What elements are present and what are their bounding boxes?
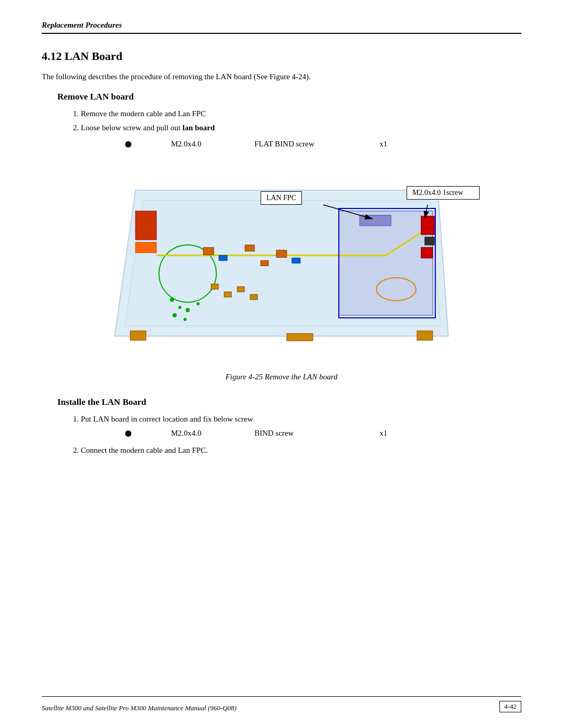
page-header: Replacement Procedures <box>42 21 521 34</box>
install-subsection-title: Installe the LAN Board <box>57 397 521 408</box>
svg-rect-29 <box>130 331 146 340</box>
svg-rect-11 <box>261 261 268 266</box>
remove-subsection-title: Remove LAN board <box>57 92 521 102</box>
install-step-2-num: 2. <box>73 446 81 454</box>
screw-callout: M2.0x4.0 1screw <box>407 186 480 200</box>
svg-rect-13 <box>292 258 300 263</box>
install-step-1-wrapper: 1. Put LAN board in correct location and… <box>73 415 521 424</box>
svg-rect-7 <box>136 242 156 253</box>
remove-step-2: Loose below screw and pull out lan board <box>73 124 521 132</box>
install-bullet-dot-icon <box>125 430 131 437</box>
page: Replacement Procedures 4.12 LAN Board Th… <box>0 0 563 728</box>
svg-rect-3 <box>339 211 433 315</box>
svg-rect-20 <box>211 284 218 289</box>
remove-screw-type: FLAT BIND screw <box>254 140 348 149</box>
install-step-2-wrapper: 2. Connect the modern cable and Lan FPC. <box>73 446 521 455</box>
install-screw-count: x1 <box>380 429 395 438</box>
section-number: 4.12 <box>42 50 62 63</box>
remove-steps-list: Remove the modern cable and Lan FPC Loos… <box>73 109 521 132</box>
svg-rect-25 <box>425 237 434 245</box>
remove-screw-spec: M2.0x4.0 <box>171 140 223 149</box>
remove-screw-count: x1 <box>380 140 395 149</box>
footer-manual-title: Satellite M300 and Satellite Pro M300 Ma… <box>42 704 237 712</box>
svg-rect-21 <box>224 292 231 297</box>
section-title: 4.12 LAN Board <box>42 50 521 63</box>
svg-rect-6 <box>136 211 156 240</box>
install-step-2-text: Connect the modern cable and Lan FPC. <box>81 446 208 454</box>
section-heading: LAN Board <box>65 50 123 63</box>
svg-rect-9 <box>219 255 227 261</box>
svg-point-15 <box>178 306 181 309</box>
diagram-area: LAN FPC M2.0x4.0 1screw <box>42 159 521 367</box>
install-step-1-num: 1. <box>73 415 81 423</box>
step2-plain: Loose below screw and pull out <box>81 124 182 132</box>
svg-point-16 <box>186 308 190 312</box>
svg-point-14 <box>170 298 174 302</box>
intro-paragraph: The following describes the procedure of… <box>42 72 521 81</box>
install-screw-bullet: M2.0x4.0 BIND screw x1 <box>125 429 521 438</box>
header-title: Replacement Procedures <box>42 21 122 29</box>
svg-rect-30 <box>287 334 313 341</box>
svg-rect-12 <box>276 250 287 257</box>
svg-point-17 <box>197 302 200 305</box>
step2-bold: lan board <box>182 124 215 132</box>
svg-rect-24 <box>421 216 434 235</box>
footer-page-number: 4-42 <box>499 701 521 712</box>
install-step-1-text: Put LAN board in correct location and fi… <box>81 415 253 423</box>
svg-rect-26 <box>421 248 433 258</box>
svg-rect-31 <box>417 331 433 340</box>
figure-caption: Figure 4-25 Remove the LAN board <box>42 373 521 381</box>
page-footer: Satellite M300 and Satellite Pro M300 Ma… <box>42 696 521 712</box>
svg-point-18 <box>173 313 177 317</box>
install-screw-spec: M2.0x4.0 <box>171 429 223 438</box>
lan-fpc-callout: LAN FPC <box>261 191 302 205</box>
remove-step-1: Remove the modern cable and Lan FPC <box>73 109 521 118</box>
svg-rect-8 <box>203 248 214 255</box>
svg-rect-23 <box>250 294 258 300</box>
bullet-dot-icon <box>125 141 131 147</box>
svg-point-19 <box>183 318 187 321</box>
diagram-container: LAN FPC M2.0x4.0 1screw <box>83 159 480 367</box>
svg-rect-10 <box>245 245 254 251</box>
remove-screw-bullet: M2.0x4.0 FLAT BIND screw x1 <box>125 140 521 149</box>
install-screw-type: BIND screw <box>254 429 348 438</box>
svg-rect-22 <box>237 287 244 292</box>
